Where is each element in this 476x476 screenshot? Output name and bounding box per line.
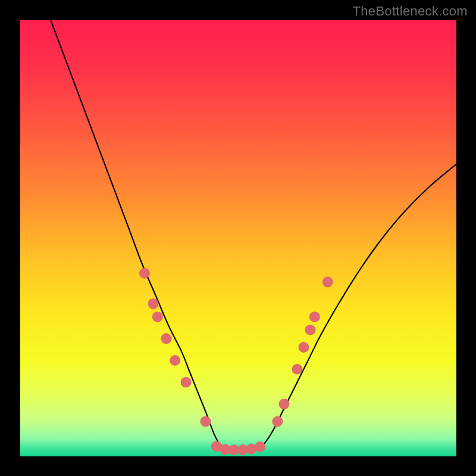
marker-dot — [272, 416, 283, 427]
marker-dot — [278, 399, 289, 409]
marker-dot — [139, 268, 150, 278]
curve-layer — [20, 20, 456, 456]
marker-dot — [181, 377, 192, 387]
chart-container: TheBottleneck.com — [0, 0, 476, 476]
marker-dot — [161, 333, 172, 344]
marker-dot — [201, 416, 211, 427]
curve-markers — [139, 268, 333, 455]
marker-dot — [255, 441, 265, 452]
marker-dot — [322, 277, 333, 287]
watermark-text: TheBottleneck.com — [353, 4, 468, 19]
marker-dot — [148, 298, 159, 309]
marker-dot — [309, 311, 320, 322]
marker-dot — [305, 324, 315, 335]
marker-dot — [292, 364, 302, 374]
marker-dot — [170, 355, 180, 366]
bottleneck-curve — [51, 20, 456, 450]
marker-dot — [152, 311, 163, 322]
plot-area — [20, 20, 456, 456]
marker-dot — [298, 342, 309, 353]
